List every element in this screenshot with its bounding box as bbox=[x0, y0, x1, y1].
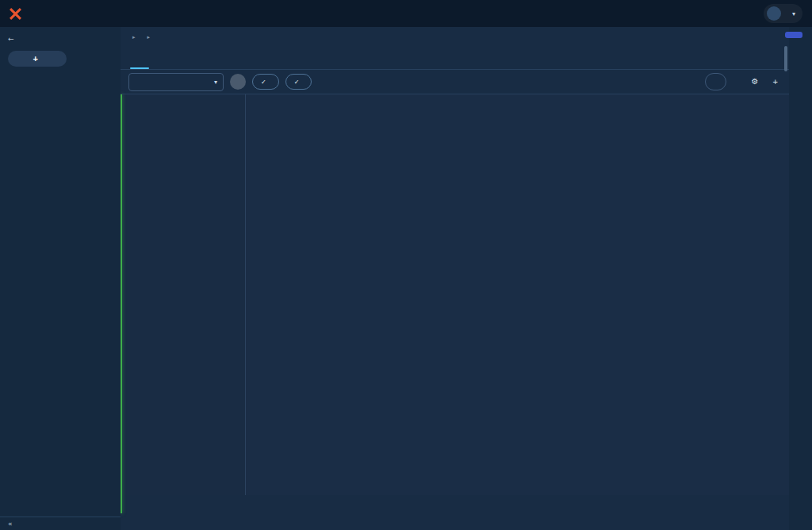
current-time-line[interactable] bbox=[121, 94, 122, 513]
time-axis bbox=[246, 495, 789, 506]
grouping-select[interactable]: ▾ bbox=[128, 73, 224, 91]
brand[interactable] bbox=[10, 8, 27, 20]
check-icon: ✓ bbox=[294, 79, 300, 86]
scrollbar-thumb[interactable] bbox=[784, 46, 787, 71]
create-button[interactable]: + bbox=[773, 78, 781, 86]
back-arrow-icon: ← bbox=[8, 36, 14, 43]
gantt bbox=[121, 94, 789, 495]
set-at-current-time-button[interactable] bbox=[705, 73, 726, 90]
chip-inject[interactable]: ✓ bbox=[285, 74, 312, 90]
breadcrumb-separator-icon: ▸ bbox=[132, 34, 136, 40]
user-menu[interactable]: ▾ bbox=[764, 4, 802, 23]
collapse-icon: « bbox=[8, 520, 13, 528]
timeline-toolbar: ▾ ✓ ✓ bbox=[121, 70, 789, 94]
sidebar-collapse-button[interactable]: « bbox=[0, 517, 121, 530]
plus-icon: + bbox=[33, 55, 39, 63]
day-axis bbox=[246, 506, 789, 517]
tab-bar bbox=[121, 48, 789, 70]
settings-button[interactable]: ⚙ bbox=[752, 78, 762, 86]
toolbar-right: ⚙ + bbox=[705, 73, 781, 90]
chevron-down-icon: ▾ bbox=[214, 79, 217, 86]
edit-button[interactable] bbox=[785, 32, 802, 38]
gear-icon: ⚙ bbox=[752, 78, 759, 86]
exonaut-logo bbox=[10, 8, 21, 20]
breadcrumb-separator-icon: ▸ bbox=[147, 34, 151, 40]
exercise-mode bbox=[0, 77, 121, 84]
breadcrumb: ▸ ▸ bbox=[121, 27, 789, 48]
plus-icon: + bbox=[773, 78, 778, 86]
tab-timeline[interactable] bbox=[124, 48, 155, 69]
chip-scenario[interactable] bbox=[230, 74, 246, 90]
right-rail bbox=[789, 27, 812, 530]
left-sidebar: ← + « bbox=[0, 27, 121, 530]
topbar-right: ▾ bbox=[752, 4, 802, 23]
exercise-name bbox=[0, 67, 121, 77]
chevron-down-icon: ▾ bbox=[792, 10, 795, 17]
gantt-chart bbox=[246, 94, 789, 495]
main-content: ▸ ▸ ▾ ✓ ✓ bbox=[121, 27, 789, 530]
back-to-operational-mode[interactable]: ← bbox=[0, 27, 121, 43]
check-icon: ✓ bbox=[261, 79, 266, 86]
app-window: ▾ ← + « ▸ ▸ bbox=[0, 0, 812, 530]
topbar: ▾ bbox=[0, 0, 812, 27]
avatar bbox=[767, 6, 781, 21]
sidebar-create-button[interactable]: + bbox=[8, 51, 67, 67]
chip-phase[interactable]: ✓ bbox=[252, 74, 279, 90]
gantt-row-labels bbox=[121, 94, 246, 495]
